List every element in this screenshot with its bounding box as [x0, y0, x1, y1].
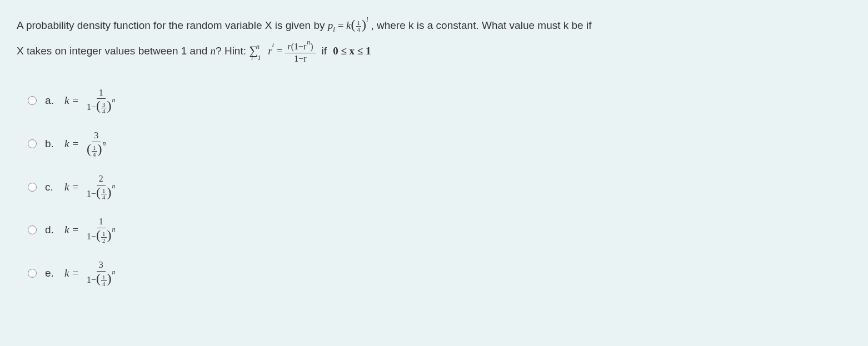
option-d-label: d.: [45, 224, 56, 236]
option-a-label: a.: [45, 94, 56, 107]
option-d[interactable]: d. k = 1 1−(12)n: [28, 216, 851, 244]
question-text-1: A probability density function for the r…: [17, 19, 328, 31]
radio-icon[interactable]: [28, 183, 37, 192]
option-e-math: k = 3 1−(14)n: [64, 259, 118, 287]
option-e-label: e.: [45, 267, 56, 279]
radio-icon[interactable]: [28, 139, 37, 148]
option-b-label: b.: [45, 138, 56, 150]
question-hint-math: ∑ni=1 ri = r(1−rn) 1−r if 0 ≤ x ≤ 1: [249, 45, 371, 57]
option-b-math: k = 3 (14)n: [64, 130, 108, 158]
question-stem: A probability density function for the r…: [17, 14, 851, 65]
option-a[interactable]: a. k = 1 1−(34)n: [28, 87, 851, 115]
option-d-math: k = 1 1−(12)n: [64, 216, 118, 244]
question-math-1: pi = k(14)i: [328, 19, 371, 31]
option-e[interactable]: e. k = 3 1−(14)n: [28, 259, 851, 287]
option-c[interactable]: c. k = 2 1−(14)n: [28, 173, 851, 201]
option-a-math: k = 1 1−(34)n: [64, 87, 118, 115]
option-c-label: c.: [45, 181, 56, 193]
radio-icon[interactable]: [28, 96, 37, 105]
option-b[interactable]: b. k = 3 (14)n: [28, 130, 851, 158]
option-c-math: k = 2 1−(14)n: [64, 173, 118, 201]
question-text-2: , where k is a constant. What value must…: [371, 19, 591, 31]
radio-icon[interactable]: [28, 225, 37, 234]
options-group: a. k = 1 1−(34)n b. k = 3 (14)n c.: [28, 87, 851, 287]
radio-icon[interactable]: [28, 269, 37, 278]
question-text-3: X takes on integer values between 1 and: [17, 45, 211, 57]
